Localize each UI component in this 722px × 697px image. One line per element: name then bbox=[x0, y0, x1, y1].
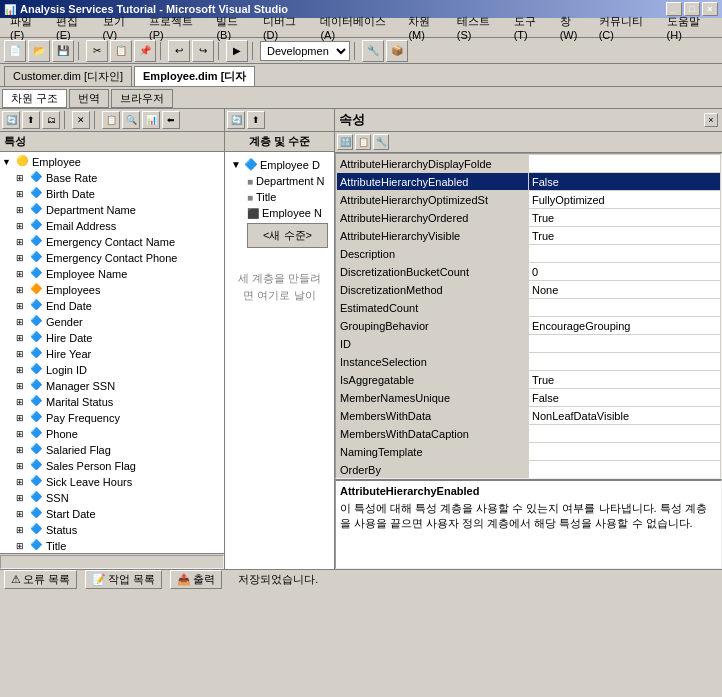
list-item[interactable]: ⊞ 🔷 Emergency Contact Name bbox=[16, 234, 222, 250]
props-btn3[interactable]: 🔧 bbox=[373, 134, 389, 150]
prop-row[interactable]: DiscretizationBucketCount 0 bbox=[337, 263, 721, 281]
expand-salaried[interactable]: ⊞ bbox=[16, 445, 30, 455]
prop-row[interactable]: Description bbox=[337, 245, 721, 263]
list-item[interactable]: ⊞ 🔷 Birth Date bbox=[16, 186, 222, 202]
prop-value-optimized[interactable]: FullyOptimized bbox=[529, 191, 721, 209]
hier-employee-d[interactable]: ▼ 🔷 Employee D bbox=[229, 156, 330, 173]
menu-dimension[interactable]: 차원(M) bbox=[402, 12, 450, 43]
expand-employees[interactable]: ⊞ bbox=[16, 285, 30, 295]
expand-gender[interactable]: ⊞ bbox=[16, 317, 30, 327]
list-item[interactable]: ⊞ 🔷 Title bbox=[16, 538, 222, 553]
list-item[interactable]: ⊞ 🔷 Sick Leave Hours bbox=[16, 474, 222, 490]
menu-build[interactable]: 빌드(B) bbox=[210, 12, 257, 43]
menu-file[interactable]: 파일(F) bbox=[4, 12, 50, 43]
tab-browser[interactable]: 브라우저 bbox=[111, 89, 173, 108]
expand-title[interactable]: ⊞ bbox=[16, 541, 30, 551]
list-item[interactable]: ⊞ 🔷 Start Date bbox=[16, 506, 222, 522]
prop-value-member-names-unique[interactable]: False bbox=[529, 389, 721, 407]
menu-debug[interactable]: 디버그(D) bbox=[257, 12, 315, 43]
list-item[interactable]: ⊞ 🔷 Status bbox=[16, 522, 222, 538]
tab-translation[interactable]: 번역 bbox=[69, 89, 109, 108]
hier-title[interactable]: ■ Title bbox=[245, 189, 330, 205]
expand-hire-date[interactable]: ⊞ bbox=[16, 333, 30, 343]
left-tb-btn6[interactable]: 🔍 bbox=[122, 111, 140, 129]
list-item[interactable]: ⊞ 🔷 Base Rate bbox=[16, 170, 222, 186]
list-item[interactable]: ⊞ 🔷 SSN bbox=[16, 490, 222, 506]
tab-employee-dim[interactable]: Employee.dim [디자 bbox=[134, 66, 255, 86]
list-item[interactable]: ⊞ 🔷 Sales Person Flag bbox=[16, 458, 222, 474]
list-item[interactable]: ⊞ 🔷 Employee Name bbox=[16, 266, 222, 282]
list-item[interactable]: ⊞ 🔷 Marital Status bbox=[16, 394, 222, 410]
list-item[interactable]: ⊞ 🔷 Department Name bbox=[16, 202, 222, 218]
prop-value-disc-method[interactable]: None bbox=[529, 281, 721, 299]
menu-tools[interactable]: 도구(T) bbox=[508, 12, 554, 43]
list-item[interactable]: ⊞ 🔷 Login ID bbox=[16, 362, 222, 378]
prop-value-naming-template[interactable] bbox=[529, 443, 721, 461]
play-button[interactable]: ▶ bbox=[226, 40, 248, 62]
tab-dimension-structure[interactable]: 차원 구조 bbox=[2, 89, 67, 108]
expand-pay-freq[interactable]: ⊞ bbox=[16, 413, 30, 423]
expand-birth-date[interactable]: ⊞ bbox=[16, 189, 30, 199]
task-list-button[interactable]: 📝 작업 목록 bbox=[85, 570, 162, 589]
prop-row[interactable]: OrderBy bbox=[337, 461, 721, 479]
list-item[interactable]: ⊞ 🔷 Phone bbox=[16, 426, 222, 442]
save-button[interactable]: 💾 bbox=[52, 40, 74, 62]
prop-value-hierarchy-enabled[interactable]: False bbox=[529, 173, 721, 191]
list-item[interactable]: ⊞ 🔶 Employees bbox=[16, 282, 222, 298]
left-tb-btn8[interactable]: ⬅ bbox=[162, 111, 180, 129]
expand-start-date[interactable]: ⊞ bbox=[16, 509, 30, 519]
left-tb-btn7[interactable]: 📊 bbox=[142, 111, 160, 129]
prop-row[interactable]: MembersWithDataCaption bbox=[337, 425, 721, 443]
hier-emp-name[interactable]: ⬛ Employee N bbox=[245, 205, 330, 221]
prop-row[interactable]: GroupingBehavior EncourageGrouping bbox=[337, 317, 721, 335]
expand-email[interactable]: ⊞ bbox=[16, 221, 30, 231]
hier-dept-name[interactable]: ■ Department N bbox=[245, 173, 330, 189]
tree-root[interactable]: ▼ 🟡 Employee bbox=[2, 154, 222, 170]
prop-value-is-aggregatable[interactable]: True bbox=[529, 371, 721, 389]
prop-value-grouping[interactable]: EncourageGrouping bbox=[529, 317, 721, 335]
props-btn2[interactable]: 📋 bbox=[355, 134, 371, 150]
left-tb-btn5[interactable]: 📋 bbox=[102, 111, 120, 129]
list-item[interactable]: ⊞ 🔷 Emergency Contact Phone bbox=[16, 250, 222, 266]
prop-value-members-with-data[interactable]: NonLeafDataVisible bbox=[529, 407, 721, 425]
error-list-button[interactable]: ⚠ 오류 목록 bbox=[4, 570, 77, 589]
expand-emerg-name[interactable]: ⊞ bbox=[16, 237, 30, 247]
prop-value-ordered[interactable]: True bbox=[529, 209, 721, 227]
prop-row[interactable]: EstimatedCount bbox=[337, 299, 721, 317]
open-button[interactable]: 📂 bbox=[28, 40, 50, 62]
menu-project[interactable]: 프로젝트(P) bbox=[143, 12, 210, 43]
prop-value-id[interactable] bbox=[529, 335, 721, 353]
expand-marital[interactable]: ⊞ bbox=[16, 397, 30, 407]
expand-emp-name[interactable]: ⊞ bbox=[16, 269, 30, 279]
mid-tb-btn1[interactable]: 🔄 bbox=[227, 111, 245, 129]
list-item[interactable]: ⊞ 🔷 Hire Year bbox=[16, 346, 222, 362]
prop-value-est-count[interactable] bbox=[529, 299, 721, 317]
menu-help[interactable]: 도움말(H) bbox=[661, 12, 719, 43]
prop-row[interactable]: InstanceSelection bbox=[337, 353, 721, 371]
prop-value-visible[interactable]: True bbox=[529, 227, 721, 245]
prop-row[interactable]: MemberNamesUnique False bbox=[337, 389, 721, 407]
list-item[interactable]: ⊞ 🔷 Manager SSN bbox=[16, 378, 222, 394]
cut-button[interactable]: ✂ bbox=[86, 40, 108, 62]
menu-community[interactable]: 커뮤니티(C) bbox=[593, 12, 661, 43]
config-combo[interactable]: Developmen bbox=[260, 41, 350, 61]
mid-tb-btn2[interactable]: ⬆ bbox=[247, 111, 265, 129]
undo-button[interactable]: ↩ bbox=[168, 40, 190, 62]
hier-new-level[interactable]: <새 수준> bbox=[247, 223, 328, 248]
list-item[interactable]: ⊞ 🔷 End Date bbox=[16, 298, 222, 314]
prop-row[interactable]: AttributeHierarchyVisible True bbox=[337, 227, 721, 245]
expand-dept-name[interactable]: ⊞ bbox=[16, 205, 30, 215]
redo-button[interactable]: ↪ bbox=[192, 40, 214, 62]
expand-status[interactable]: ⊞ bbox=[16, 525, 30, 535]
left-tb-btn1[interactable]: 🔄 bbox=[2, 111, 20, 129]
menu-edit[interactable]: 편집(E) bbox=[50, 12, 97, 43]
prop-row[interactable]: MembersWithData NonLeafDataVisible bbox=[337, 407, 721, 425]
prop-value-order-by[interactable] bbox=[529, 461, 721, 479]
expand-hire-year[interactable]: ⊞ bbox=[16, 349, 30, 359]
expand-ssn[interactable]: ⊞ bbox=[16, 493, 30, 503]
expand-base-rate[interactable]: ⊞ bbox=[16, 173, 30, 183]
paste-button[interactable]: 📌 bbox=[134, 40, 156, 62]
list-item[interactable]: ⊞ 🔷 Salaried Flag bbox=[16, 442, 222, 458]
menu-database[interactable]: 데이터베이스(A) bbox=[314, 12, 402, 43]
list-item[interactable]: ⊞ 🔷 Hire Date bbox=[16, 330, 222, 346]
